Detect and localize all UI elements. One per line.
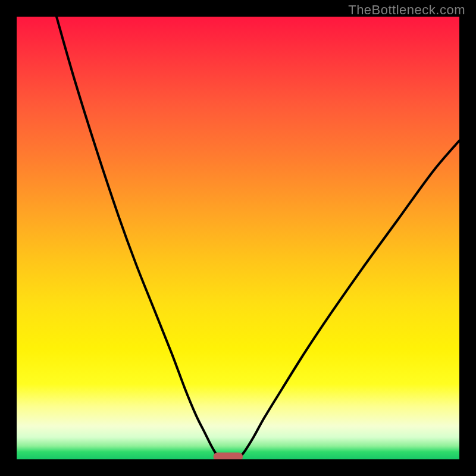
optimal-marker xyxy=(214,453,242,459)
chart-container: TheBottleneck.com xyxy=(0,0,476,476)
watermark-text: TheBottleneck.com xyxy=(348,2,465,18)
left-curve xyxy=(57,17,219,458)
right-curve xyxy=(239,140,459,458)
curves-svg xyxy=(17,17,459,459)
plot-area xyxy=(17,17,459,459)
